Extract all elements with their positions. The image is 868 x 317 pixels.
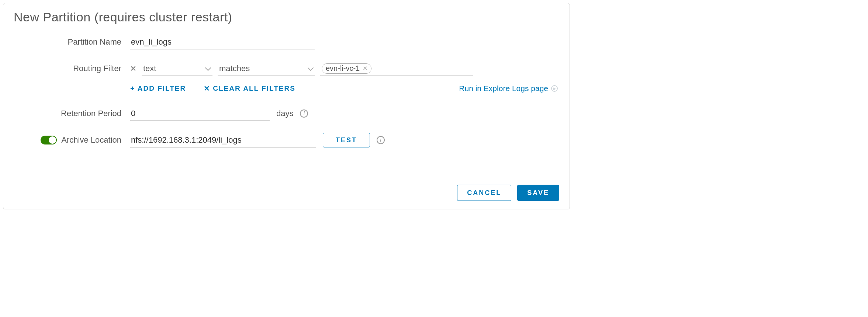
add-filter-label: ADD FILTER bbox=[138, 84, 186, 93]
archive-location-input[interactable] bbox=[130, 133, 316, 147]
row-partition-name: Partition Name bbox=[14, 35, 559, 49]
archive-toggle[interactable] bbox=[41, 136, 57, 144]
add-filter-button[interactable]: + ADD FILTER bbox=[130, 84, 186, 93]
retention-period-input[interactable] bbox=[130, 106, 270, 121]
row-routing-filter: Routing Filter ✕ text matches bbox=[14, 61, 559, 76]
toggle-knob bbox=[49, 136, 56, 144]
save-button-label: SAVE bbox=[527, 189, 549, 196]
filter-operator-select[interactable]: matches bbox=[218, 61, 315, 76]
retention-unit: days bbox=[276, 109, 293, 118]
test-button-label: TEST bbox=[336, 136, 357, 144]
filter-field-value: text bbox=[143, 64, 156, 73]
filter-operator-value: matches bbox=[219, 64, 250, 73]
run-in-explore-link[interactable]: Run in Explore Logs page ▶ bbox=[459, 84, 558, 93]
partition-form: Partition Name Routing Filter ✕ text mat… bbox=[14, 35, 559, 147]
info-icon[interactable]: i bbox=[300, 109, 308, 118]
arrow-right-circle-icon: ▶ bbox=[551, 85, 558, 92]
filter-field-select[interactable]: text bbox=[142, 61, 212, 76]
clear-filters-label: CLEAR ALL FILTERS bbox=[213, 84, 295, 93]
x-icon: ✕ bbox=[204, 84, 211, 93]
filter-chip[interactable]: evn-li-vc-1 ✕ bbox=[322, 63, 371, 74]
row-retention-period: Retention Period days i bbox=[14, 106, 559, 121]
footer-actions: CANCEL SAVE bbox=[457, 185, 559, 201]
row-archive-location: Archive Location TEST i bbox=[14, 133, 559, 147]
save-button[interactable]: SAVE bbox=[517, 185, 559, 201]
remove-filter-icon[interactable]: ✕ bbox=[130, 64, 136, 73]
plus-icon: + bbox=[130, 84, 135, 93]
run-link-label: Run in Explore Logs page bbox=[459, 84, 548, 93]
label-partition-name: Partition Name bbox=[14, 37, 130, 47]
label-archive-location: Archive Location bbox=[61, 135, 121, 145]
row-filter-actions: + ADD FILTER ✕ CLEAR ALL FILTERS Run in … bbox=[14, 84, 559, 93]
filter-value-input[interactable]: evn-li-vc-1 ✕ bbox=[320, 61, 473, 76]
chip-remove-icon[interactable]: ✕ bbox=[363, 65, 367, 72]
info-icon[interactable]: i bbox=[377, 136, 385, 144]
new-partition-panel: New Partition (requires cluster restart)… bbox=[3, 3, 570, 209]
panel-title: New Partition (requires cluster restart) bbox=[14, 10, 559, 24]
label-retention-period: Retention Period bbox=[14, 109, 130, 118]
cancel-button[interactable]: CANCEL bbox=[457, 185, 511, 201]
test-button[interactable]: TEST bbox=[323, 133, 370, 147]
cancel-button-label: CANCEL bbox=[467, 189, 501, 196]
partition-name-input[interactable] bbox=[130, 35, 315, 49]
label-routing-filter: Routing Filter bbox=[14, 64, 130, 73]
chevron-down-icon bbox=[205, 65, 211, 72]
filter-chip-label: evn-li-vc-1 bbox=[326, 64, 360, 73]
chevron-down-icon bbox=[308, 65, 314, 72]
clear-filters-button[interactable]: ✕ CLEAR ALL FILTERS bbox=[204, 84, 295, 93]
